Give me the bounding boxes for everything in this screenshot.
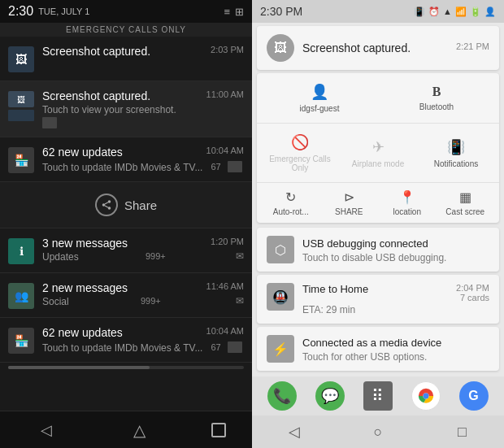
wifi-icon: ▲ <box>443 7 452 16</box>
notif-item[interactable]: ℹ 3 new messages 1:20 PM Updates 999+ ✉ <box>0 228 252 273</box>
top-notification[interactable]: 🖼 Screenshot captured. 2:21 PM <box>257 26 499 70</box>
qs-label-notifications: Notifications <box>434 159 478 168</box>
nc-subtitle: ETA: 29 min <box>302 304 489 315</box>
recents-button-right[interactable]: □ <box>441 415 482 448</box>
home-button-right[interactable]: ○ <box>358 415 398 448</box>
qs-item-emergency[interactable]: 🚫 Emergency Calls Only <box>263 128 337 177</box>
notification-list: 🖼 Screenshot captured. 2:03 PM 🖼 Screens… <box>0 37 252 411</box>
location-icon: 📍 <box>399 189 415 205</box>
notif-meta: Touch to update IMDb Movies & TV... 67 <box>42 341 244 354</box>
share-label: Share <box>124 198 157 212</box>
qn-time: 2:21 PM <box>456 41 489 54</box>
signal-icon: ≡ <box>224 6 230 18</box>
notif-title: Screenshot captured. <box>42 45 150 58</box>
nc-right: 2:04 PM 7 cards <box>456 283 489 302</box>
usb-debugging-card[interactable]: ⬡ USB debugging connected Touch to disab… <box>257 228 499 272</box>
notif-header: 2 new messages 11:46 AM <box>42 281 244 294</box>
notif-title: Screenshot captured. <box>42 89 150 102</box>
battery-icon: 🔋 <box>470 7 481 17</box>
dock-phone[interactable]: 📞 <box>267 381 297 411</box>
no-signal-icon: 🚫 <box>291 133 309 151</box>
nav-bar-right: ◁ ○ □ <box>252 415 504 448</box>
notif-item[interactable]: 🏪 62 new updates 10:04 AM Touch to updat… <box>0 137 252 182</box>
share-row[interactable]: Share <box>0 182 252 228</box>
notif-subtitle: Social <box>42 296 69 307</box>
share-qs-icon: ⊳ <box>344 189 354 205</box>
qs-item-cast[interactable]: ▦ Cast scree <box>438 186 493 220</box>
qs-item-location[interactable]: 📍 location <box>380 186 435 220</box>
svg-point-1 <box>102 203 106 207</box>
media-device-card[interactable]: ⚡ Connected as a media device Touch for … <box>257 327 499 371</box>
qs-item-autorotate[interactable]: ↻ Auto-rot... <box>263 186 319 220</box>
notif-header: Screenshot captured. 11:00 AM <box>42 89 244 102</box>
qs-label-bluetooth: Bluetooth <box>419 102 454 111</box>
qs-item-airplane[interactable]: ✈ Airplane mode <box>341 128 415 177</box>
notif-meta: Touch to update IMDb Movies & TV... 67 <box>42 160 244 173</box>
qs-item-share[interactable]: ⊳ SHARE <box>322 186 377 220</box>
svg-line-3 <box>105 206 108 207</box>
qs-label-wifi: idgsf-guest <box>300 104 340 113</box>
back-button[interactable]: ◁ <box>26 411 67 448</box>
svg-point-0 <box>108 200 111 203</box>
dock-apps[interactable]: ⠿ <box>363 381 393 411</box>
qs-label-share: SHARE <box>335 207 363 216</box>
notif-time: 2:03 PM <box>211 45 244 54</box>
nc-content: Connected as a media device Touch for ot… <box>302 335 489 363</box>
qs-row-2: 🚫 Emergency Calls Only ✈ Airplane mode 📳… <box>257 124 499 183</box>
recents-button[interactable] <box>211 423 226 437</box>
dock-google[interactable]: G <box>459 381 489 411</box>
qs-item-wifi[interactable]: 👤 idgsf-guest <box>263 78 376 118</box>
nc-time: 2:04 PM <box>456 283 489 293</box>
time-left: 2:30 <box>8 4 33 19</box>
qs-item-notifications[interactable]: 📳 Notifications <box>419 128 493 177</box>
notif-item[interactable]: 🖼 Screenshot captured. 11:00 AM Touch to… <box>0 81 252 137</box>
qs-row-3: ↻ Auto-rot... ⊳ SHARE 📍 location ▦ Cast … <box>257 183 499 223</box>
right-panel: 2:30 PM 📳 ⏰ ▲ 📶 🔋 👤 🖼 Screenshot capture… <box>252 0 504 448</box>
status-bar-left: 2:30 TUE, JULY 1 ≡ ⊞ <box>0 0 252 23</box>
notif-item[interactable]: 👥 2 new messages 11:46 AM Social 999+ ✉ <box>0 273 252 318</box>
notif-meta <box>42 117 244 128</box>
nc-content: USB debugging connected Touch to disable… <box>302 236 489 263</box>
time-to-home-card[interactable]: 🚇 Time to Home 2:04 PM 7 cards ETA: 29 m… <box>257 275 499 324</box>
share-icon <box>95 194 118 216</box>
notif-icon-info: ℹ <box>8 238 34 264</box>
cast-icon: ▦ <box>459 189 471 205</box>
notif-icon-people: 👥 <box>8 283 34 309</box>
svg-line-4 <box>105 202 108 204</box>
notif-badge: 999+ <box>146 251 166 261</box>
notif-content: Screenshot captured. 2:03 PM <box>42 45 244 58</box>
vibrate-icon: 📳 <box>414 7 425 17</box>
back-button-right[interactable]: ◁ <box>274 415 315 448</box>
notif-item[interactable]: 🖼 Screenshot captured. 2:03 PM <box>0 37 252 81</box>
notif-content: 62 new updates 10:04 AM Touch to update … <box>42 326 244 354</box>
svg-point-2 <box>108 207 111 210</box>
notif-subtitle: Touch to view your screenshot. <box>42 104 244 115</box>
qs-label-airplane: Airplane mode <box>352 159 404 168</box>
notif-thumb <box>228 341 242 353</box>
notif-content: Screenshot captured. 11:00 AM Touch to v… <box>42 89 244 128</box>
qs-row-1: 👤 idgsf-guest B Bluetooth <box>257 73 499 124</box>
notif-item[interactable]: 🏪 62 new updates 10:04 AM Touch to updat… <box>0 318 252 363</box>
dock-chrome[interactable] <box>411 381 441 411</box>
notif-badge: 999+ <box>141 296 161 306</box>
notif-time: 11:46 AM <box>206 281 244 291</box>
emergency-bar: EMERGENCY CALLS ONLY <box>0 23 252 37</box>
notif-subtitle: Touch to update IMDb Movies & TV... <box>42 162 202 173</box>
home-button[interactable]: △ <box>119 411 159 448</box>
grid-icon: ⊞ <box>235 6 244 18</box>
notif-badge: 67 <box>211 342 220 352</box>
usb-icon: ⬡ <box>267 236 294 263</box>
left-panel: 2:30 TUE, JULY 1 ≡ ⊞ EMERGENCY CALLS ONL… <box>0 0 252 448</box>
nc-badge: 7 cards <box>460 293 489 302</box>
notif-title: 3 new messages <box>42 237 128 250</box>
status-bar-right: 2:30 PM 📳 ⏰ ▲ 📶 🔋 👤 <box>252 0 504 23</box>
qs-item-bluetooth[interactable]: B Bluetooth <box>380 78 493 118</box>
notif-content: 3 new messages 1:20 PM Updates 999+ ✉ <box>42 237 244 263</box>
qs-label-location: location <box>393 207 421 216</box>
svg-point-5 <box>423 393 428 398</box>
notif-thumb <box>228 161 242 172</box>
notif-badge: 67 <box>211 162 220 172</box>
notif-content: 2 new messages 11:46 AM Social 999+ ✉ <box>42 281 244 307</box>
transit-icon: 🚇 <box>267 283 294 311</box>
dock-hangouts[interactable]: 💬 <box>315 381 345 411</box>
